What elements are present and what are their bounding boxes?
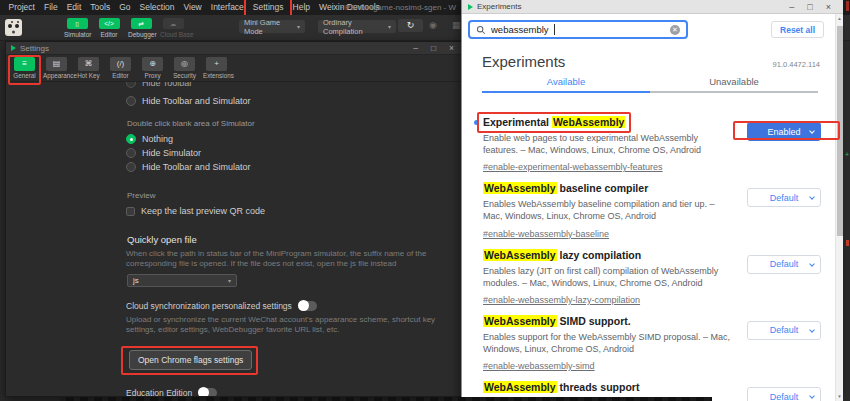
scroll-up-icon[interactable]: ▲ xyxy=(836,16,843,21)
quick-open-description: When click the path in status bar of the… xyxy=(126,249,461,270)
experiment-permalink[interactable]: #enable-webassembly-lazy-compilation xyxy=(483,295,640,305)
experiments-titlebar: Experiments – □ × xyxy=(462,0,843,14)
radio-hide-toolbar-and-simulator[interactable]: Hide Toolbar and Simulator xyxy=(126,160,461,174)
debugger-button[interactable]: ⇄ Debugger xyxy=(128,18,154,38)
menu-edit[interactable]: Edit xyxy=(62,0,86,15)
education-toggle[interactable] xyxy=(198,388,217,396)
tab-general[interactable]: ≡ General xyxy=(11,57,38,81)
clear-search-icon[interactable]: ✕ xyxy=(670,25,680,35)
flag-select[interactable]: Default xyxy=(747,188,821,207)
experiments-tabs: Available Unavailable xyxy=(482,76,818,93)
tab-security[interactable]: ◎ Security xyxy=(171,57,198,81)
experiment-title: Experimental WebAssembly xyxy=(483,116,625,128)
experiment-title: WebAssembly baseline compiler xyxy=(483,182,648,194)
minimize-icon[interactable]: – xyxy=(789,2,794,12)
scrollbar-thumb[interactable] xyxy=(837,26,843,236)
compilation-select[interactable]: Ordinary Compilation▾ xyxy=(318,20,396,33)
menu-go[interactable]: Go xyxy=(115,0,135,15)
avatar[interactable] xyxy=(5,19,22,36)
flag-select[interactable]: Enabled xyxy=(747,122,821,141)
menu-selection[interactable]: Selection xyxy=(135,0,179,15)
maximize-icon[interactable]: □ xyxy=(431,43,436,53)
editor-button[interactable]: </> Editor xyxy=(96,18,122,38)
edge-red-fragment xyxy=(846,240,849,246)
appearance-icon: ▤ xyxy=(46,57,67,71)
experiment-permalink[interactable]: #enable-webassembly-baseline xyxy=(483,229,609,239)
experiment-title: WebAssembly threads support xyxy=(483,381,639,393)
checkbox-keep-qr[interactable]: Keep the last preview QR code xyxy=(126,204,461,218)
dblclick-section-header: Double click blank area of Simulator xyxy=(127,119,461,128)
experiments-window: Experiments – □ × webassembly ✕ Reset al… xyxy=(461,0,843,401)
remote-debug-icon[interactable]: ▦ xyxy=(452,20,461,30)
proxy-icon: ⊕ xyxy=(142,57,163,71)
experiment-title-prefix: Experimental xyxy=(483,116,552,128)
menu-tools[interactable]: Tools xyxy=(86,0,115,15)
preview-icon[interactable]: ◉ xyxy=(429,20,437,30)
scroll-down-icon[interactable]: ▼ xyxy=(836,394,843,399)
editor-tab-icon: (/) xyxy=(110,57,131,71)
menu-file[interactable]: File xyxy=(39,0,62,15)
flag-select-value: Default xyxy=(770,193,799,203)
menu-help[interactable]: Help xyxy=(288,0,314,15)
menu-project[interactable]: Project xyxy=(4,0,39,15)
simulator-button[interactable]: ▯ Simulator xyxy=(64,18,90,38)
radio-hide-toolbar-simulator[interactable]: Hide Toolbar and Simulator xyxy=(126,94,461,108)
experiment-title-highlight: WebAssembly xyxy=(483,249,557,261)
cloud-base-button[interactable]: ☁ Cloud Base xyxy=(160,18,186,38)
tab-extensions[interactable]: + Extensions xyxy=(203,57,230,81)
scrollbar[interactable]: ▲ ▼ xyxy=(835,14,843,401)
cloud-sync-description: Upload or synchronize the current WeChat… xyxy=(126,315,461,336)
close-icon[interactable]: × xyxy=(826,2,831,12)
flag-select[interactable]: Default xyxy=(747,387,821,401)
radio-hide-simulator[interactable]: Hide Simulator xyxy=(126,146,461,160)
tab-available[interactable]: Available xyxy=(482,76,650,93)
quick-open-select[interactable]: js ▾ xyxy=(127,274,237,287)
chevron-down-icon: ▾ xyxy=(297,23,300,30)
experiment-title: WebAssembly lazy compilation xyxy=(483,249,641,261)
radio-hide-toolbar[interactable]: Hide Toolbar xyxy=(126,82,461,90)
flag-select-value: Enabled xyxy=(767,127,800,137)
edge-annotation-fragment xyxy=(846,1,849,11)
experiment-title-highlight: WebAssembly xyxy=(483,315,557,327)
experiment-title-suffix: baseline compiler xyxy=(557,182,649,194)
tab-proxy[interactable]: ⊕ Proxy xyxy=(139,57,166,81)
tab-unavailable[interactable]: Unavailable xyxy=(650,76,818,93)
text-cursor xyxy=(554,24,555,35)
experiment-permalink[interactable]: #enable-webassembly-simd xyxy=(483,361,595,371)
tab-editor[interactable]: (/) Editor xyxy=(107,57,134,81)
menu-settings[interactable]: Settings xyxy=(248,0,288,15)
search-input[interactable]: webassembly ✕ xyxy=(468,20,688,39)
debugger-icon: ⇄ xyxy=(131,18,152,29)
radio-icon xyxy=(126,148,136,158)
settings-content: Hide Toolbar Hide Toolbar and Simulator … xyxy=(6,82,461,396)
experiment-entry: WebAssembly baseline compiler Enables We… xyxy=(483,178,821,240)
open-chrome-flags-button[interactable]: Open Chrome flags settings xyxy=(129,350,252,370)
reset-all-button[interactable]: Reset all xyxy=(771,21,824,38)
experiment-description: Enables lazy (JIT on first call) compila… xyxy=(483,265,733,289)
menu-interface[interactable]: Interface xyxy=(206,0,248,15)
flag-select[interactable]: Default xyxy=(747,321,821,340)
experiment-title-suffix: threads support xyxy=(557,381,640,393)
flag-select[interactable]: Default xyxy=(747,255,821,274)
experiment-description: Enable web pages to use experimental Web… xyxy=(483,132,733,156)
experiment-title-highlight: WebAssembly xyxy=(552,116,626,128)
settings-window-title: Settings xyxy=(20,44,49,53)
close-icon[interactable]: × xyxy=(449,43,454,53)
experiment-description: Enables support for the WebAssembly SIMD… xyxy=(483,331,733,355)
experiment-title-highlight: WebAssembly xyxy=(483,381,557,393)
radio-nothing[interactable]: Nothing xyxy=(126,132,461,146)
settings-titlebar: Settings – □ × xyxy=(6,42,461,55)
experiment-title-suffix: lazy compilation xyxy=(557,249,642,261)
experiment-permalink[interactable]: #enable-experimental-webassembly-feature… xyxy=(483,162,663,172)
experiment-entry: Experimental WebAssembly Enable web page… xyxy=(483,112,821,174)
experiment-title-highlight: WebAssembly xyxy=(483,182,557,194)
tab-appearance[interactable]: ▤ Appearance xyxy=(43,57,70,81)
tab-hot-key[interactable]: ⌘ Hot Key xyxy=(75,57,102,81)
game-mode-select[interactable]: Mini Game Mode▾ xyxy=(239,20,305,33)
compile-button[interactable]: ↻ xyxy=(398,19,423,32)
minimize-icon[interactable]: – xyxy=(413,43,418,53)
hot-key-icon: ⌘ xyxy=(78,57,99,71)
cloud-sync-toggle[interactable] xyxy=(298,301,317,311)
maximize-icon[interactable]: □ xyxy=(807,2,812,12)
menu-view[interactable]: View xyxy=(179,0,206,15)
